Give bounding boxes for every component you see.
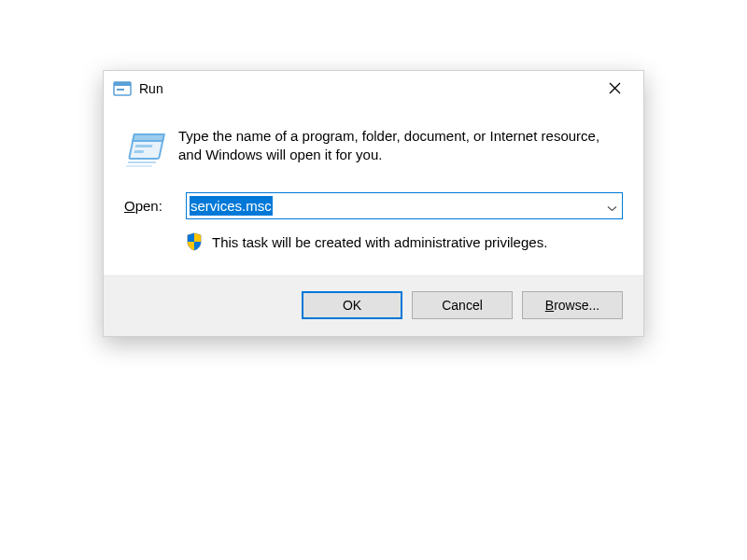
shield-icon	[186, 232, 203, 251]
admin-notice-text: This task will be created with administr…	[212, 234, 547, 250]
open-combobox[interactable]: services.msc	[186, 192, 623, 219]
close-icon	[609, 81, 621, 97]
open-input[interactable]	[186, 192, 623, 219]
svg-rect-2	[117, 89, 124, 91]
close-button[interactable]	[594, 75, 636, 103]
svg-rect-6	[133, 134, 163, 141]
titlebar-title: Run	[139, 81, 594, 96]
svg-rect-7	[135, 145, 153, 147]
instruction-row: Type the name of a program, folder, docu…	[124, 127, 623, 170]
run-titlebar-icon	[113, 79, 132, 98]
dialog-content: Type the name of a program, folder, docu…	[104, 106, 643, 251]
svg-rect-1	[114, 82, 131, 86]
svg-rect-8	[134, 150, 144, 153]
instruction-text: Type the name of a program, folder, docu…	[178, 127, 623, 165]
button-bar: OK Cancel Browse...	[104, 275, 643, 336]
run-dialog: Run	[103, 70, 644, 337]
open-label: Open:	[124, 198, 173, 214]
admin-notice-row: This task will be created with administr…	[186, 232, 623, 251]
ok-button[interactable]: OK	[302, 291, 402, 319]
open-row: Open: services.msc	[124, 192, 623, 219]
cancel-button[interactable]: Cancel	[412, 291, 513, 319]
browse-button[interactable]: Browse...	[522, 291, 623, 319]
titlebar: Run	[104, 71, 643, 106]
run-icon	[124, 129, 165, 170]
